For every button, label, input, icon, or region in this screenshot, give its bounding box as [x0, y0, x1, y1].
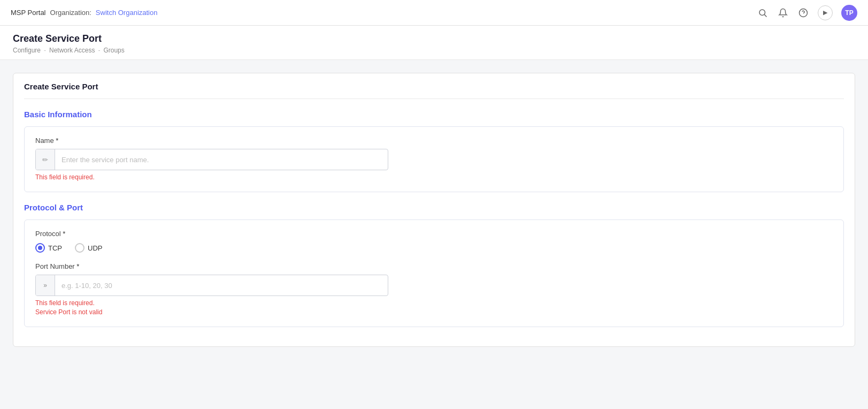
pencil-icon: ✏ — [36, 149, 55, 170]
port-input-wrapper: » — [35, 275, 388, 296]
page-title: Create Service Port — [13, 33, 855, 44]
name-input[interactable] — [55, 152, 388, 168]
card-title: Create Service Port — [24, 82, 844, 99]
bell-icon[interactable] — [777, 7, 789, 19]
protocol-label: Protocol * — [35, 230, 833, 238]
port-error1: This field is required. — [35, 299, 833, 307]
radio-udp[interactable]: UDP — [75, 243, 102, 253]
help-icon[interactable] — [797, 7, 809, 19]
protocol-required: * — [63, 230, 65, 238]
basic-info-box: Name * ✏ This field is required. — [24, 126, 844, 192]
app-name: MSP Portal — [11, 9, 46, 17]
page-header: Create Service Port Configure - Network … — [0, 26, 868, 60]
breadcrumb-sep2: - — [98, 47, 100, 54]
nav-left: MSP Portal Organization: Switch Organiza… — [11, 9, 157, 17]
port-required: * — [76, 262, 79, 270]
svg-line-1 — [764, 14, 766, 17]
breadcrumb-network-access: Network Access — [49, 47, 95, 54]
name-input-wrapper: ✏ — [35, 149, 388, 170]
breadcrumb: Configure - Network Access - Groups — [13, 47, 855, 54]
port-number-label: Port Number * — [35, 262, 833, 270]
radio-udp-circle — [75, 243, 85, 253]
name-required: * — [56, 137, 58, 145]
protocol-port-section-title: Protocol & Port — [24, 203, 844, 212]
protocol-port-box: Protocol * TCP UDP Port Number * » — [24, 219, 844, 327]
top-nav: MSP Portal Organization: Switch Organiza… — [0, 0, 868, 26]
avatar: TP — [841, 5, 857, 21]
svg-point-0 — [759, 10, 765, 16]
nav-right: ▶ TP — [757, 5, 857, 21]
breadcrumb-groups: Groups — [103, 47, 124, 54]
radio-tcp-circle — [35, 243, 45, 253]
name-label: Name * — [35, 137, 833, 145]
radio-tcp-label: TCP — [48, 244, 62, 252]
radio-tcp[interactable]: TCP — [35, 243, 62, 253]
chevron-icon: » — [36, 275, 55, 296]
org-label: Organization: — [50, 9, 91, 17]
search-icon[interactable] — [757, 7, 769, 19]
port-number-input[interactable] — [55, 277, 388, 294]
breadcrumb-configure: Configure — [13, 47, 41, 54]
protocol-radio-group: TCP UDP — [35, 243, 833, 253]
radio-udp-label: UDP — [88, 244, 102, 252]
play-icon[interactable]: ▶ — [818, 5, 833, 20]
basic-info-section-title: Basic Information — [24, 110, 844, 119]
breadcrumb-sep1: - — [44, 47, 46, 54]
main-card: Create Service Port Basic Information Na… — [13, 73, 855, 347]
switch-org-link[interactable]: Switch Organization — [96, 9, 158, 17]
port-error2: Service Port is not valid — [35, 308, 833, 316]
name-error: This field is required. — [35, 173, 833, 181]
main-content: Create Service Port Basic Information Na… — [0, 60, 868, 409]
